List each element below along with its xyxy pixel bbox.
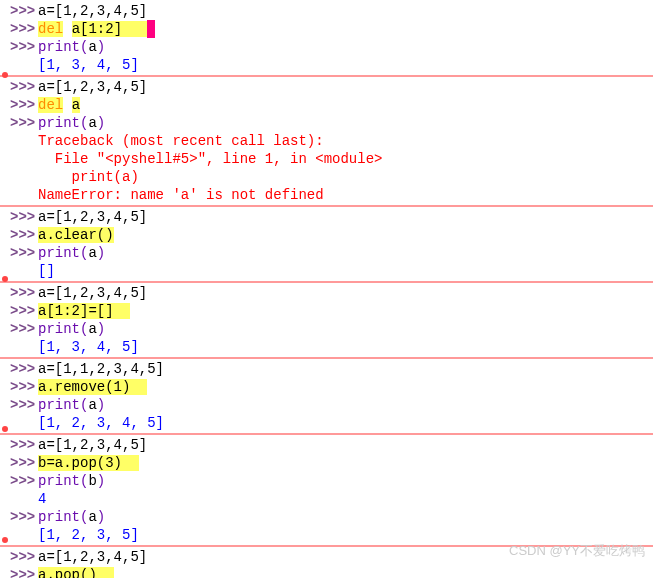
prompt-column: >>> bbox=[0, 78, 38, 96]
marker-dot-icon bbox=[2, 426, 8, 432]
code-column: del a[1:2] bbox=[38, 20, 653, 38]
input-line: >>>a[1:2]=[] bbox=[0, 302, 653, 320]
code-segment: a bbox=[72, 97, 80, 113]
code-segment: print bbox=[38, 321, 80, 337]
code-column: del a bbox=[38, 96, 653, 114]
output-line: 4 bbox=[0, 490, 653, 508]
code-column: a[1:2]=[] bbox=[38, 302, 653, 320]
output-line: Traceback (most recent call last): bbox=[0, 132, 653, 150]
code-segment: b bbox=[88, 473, 96, 489]
prompt-column: >>> bbox=[0, 208, 38, 226]
input-line: >>>del a[1:2] bbox=[0, 20, 653, 38]
python-prompt: >>> bbox=[10, 115, 35, 131]
code-segment: a=[1,2,3,4,5] bbox=[38, 549, 147, 565]
code-segment: [1, 3, 4, 5] bbox=[38, 339, 139, 355]
code-segment: a bbox=[88, 321, 96, 337]
python-prompt: >>> bbox=[10, 437, 35, 453]
code-segment: a.clear() bbox=[38, 227, 114, 243]
input-line: >>>del a bbox=[0, 96, 653, 114]
code-segment: a bbox=[88, 39, 96, 55]
prompt-column: >>> bbox=[0, 508, 38, 526]
code-column: a.clear() bbox=[38, 226, 653, 244]
code-segment: print bbox=[38, 509, 80, 525]
input-line: >>>b=a.pop(3) bbox=[0, 454, 653, 472]
prompt-column: >>> bbox=[0, 2, 38, 20]
code-column: print(a) bbox=[38, 320, 653, 338]
marker-dot-icon bbox=[2, 276, 8, 282]
prompt-column: >>> bbox=[0, 548, 38, 566]
code-segment: a bbox=[88, 397, 96, 413]
code-segment: ) bbox=[97, 473, 105, 489]
code-segment: print bbox=[38, 473, 80, 489]
section-divider bbox=[0, 357, 653, 359]
python-prompt: >>> bbox=[10, 379, 35, 395]
code-column: [1, 3, 4, 5] bbox=[38, 56, 653, 74]
output-line: [] bbox=[0, 262, 653, 280]
code-segment: print bbox=[38, 245, 80, 261]
output-line: NameError: name 'a' is not defined bbox=[0, 186, 653, 204]
code-segment: a=[1,1,2,3,4,5] bbox=[38, 361, 164, 377]
code-segment: print bbox=[38, 39, 80, 55]
code-column: 4 bbox=[38, 490, 653, 508]
code-column: a=[1,2,3,4,5] bbox=[38, 284, 653, 302]
input-line: >>>a=[1,2,3,4,5] bbox=[0, 436, 653, 454]
code-segment: a=[1,2,3,4,5] bbox=[38, 209, 147, 225]
python-prompt: >>> bbox=[10, 39, 35, 55]
code-column: print(a) bbox=[38, 508, 653, 526]
code-segment bbox=[63, 21, 71, 37]
input-line: >>>a=[1,1,2,3,4,5] bbox=[0, 360, 653, 378]
code-segment: ) bbox=[97, 509, 105, 525]
code-segment: b=a.pop(3) bbox=[38, 455, 122, 471]
code-segment bbox=[122, 455, 139, 471]
python-prompt: >>> bbox=[10, 303, 35, 319]
code-segment bbox=[147, 20, 155, 38]
input-line: >>>print(a) bbox=[0, 244, 653, 262]
code-column: a.pop() bbox=[38, 566, 653, 578]
input-line: >>>a.clear() bbox=[0, 226, 653, 244]
code-segment: [1, 2, 3, 5] bbox=[38, 527, 139, 543]
python-console: >>>a=[1,2,3,4,5]>>>del a[1:2] >>>print(a… bbox=[0, 0, 653, 578]
code-segment: a.remove(1) bbox=[38, 379, 130, 395]
code-segment: a=[1,2,3,4,5] bbox=[38, 3, 147, 19]
prompt-column: >>> bbox=[0, 396, 38, 414]
python-prompt: >>> bbox=[10, 97, 35, 113]
code-segment bbox=[114, 303, 131, 319]
prompt-column: >>> bbox=[0, 378, 38, 396]
code-segment: [1, 2, 3, 4, 5] bbox=[38, 415, 164, 431]
code-segment bbox=[97, 567, 114, 578]
code-segment: a.pop() bbox=[38, 567, 97, 578]
python-prompt: >>> bbox=[10, 567, 35, 578]
code-segment: a bbox=[88, 509, 96, 525]
code-column: a=[1,2,3,4,5] bbox=[38, 208, 653, 226]
code-segment: a bbox=[88, 245, 96, 261]
python-prompt: >>> bbox=[10, 473, 35, 489]
python-prompt: >>> bbox=[10, 79, 35, 95]
python-prompt: >>> bbox=[10, 397, 35, 413]
python-prompt: >>> bbox=[10, 227, 35, 243]
code-segment: a bbox=[88, 115, 96, 131]
code-segment: [] bbox=[38, 263, 55, 279]
section-divider bbox=[0, 281, 653, 283]
code-column: b=a.pop(3) bbox=[38, 454, 653, 472]
prompt-column: >>> bbox=[0, 436, 38, 454]
output-line: print(a) bbox=[0, 168, 653, 186]
code-column: [1, 3, 4, 5] bbox=[38, 338, 653, 356]
code-segment: del bbox=[38, 21, 63, 37]
output-line: [1, 2, 3, 4, 5] bbox=[0, 414, 653, 432]
marker-dot-icon bbox=[2, 72, 8, 78]
prompt-column: >>> bbox=[0, 360, 38, 378]
code-column: print(a) bbox=[38, 396, 653, 414]
code-column: a=[1,2,3,4,5] bbox=[38, 78, 653, 96]
input-line: >>>a.remove(1) bbox=[0, 378, 653, 396]
output-line: [1, 3, 4, 5] bbox=[0, 338, 653, 356]
code-segment: ) bbox=[97, 115, 105, 131]
code-segment: File "<pyshell#5>", line 1, in <module> bbox=[38, 151, 382, 167]
prompt-column: >>> bbox=[0, 320, 38, 338]
code-segment: a[1:2]=[] bbox=[38, 303, 114, 319]
output-line: [1, 3, 4, 5] bbox=[0, 56, 653, 74]
code-segment bbox=[130, 379, 147, 395]
input-line: >>>print(a) bbox=[0, 320, 653, 338]
code-segment: a[1:2] bbox=[72, 21, 122, 37]
watermark-text: CSDN @YY不爱吃烤鸭 bbox=[509, 542, 645, 560]
code-column: print(b) bbox=[38, 472, 653, 490]
